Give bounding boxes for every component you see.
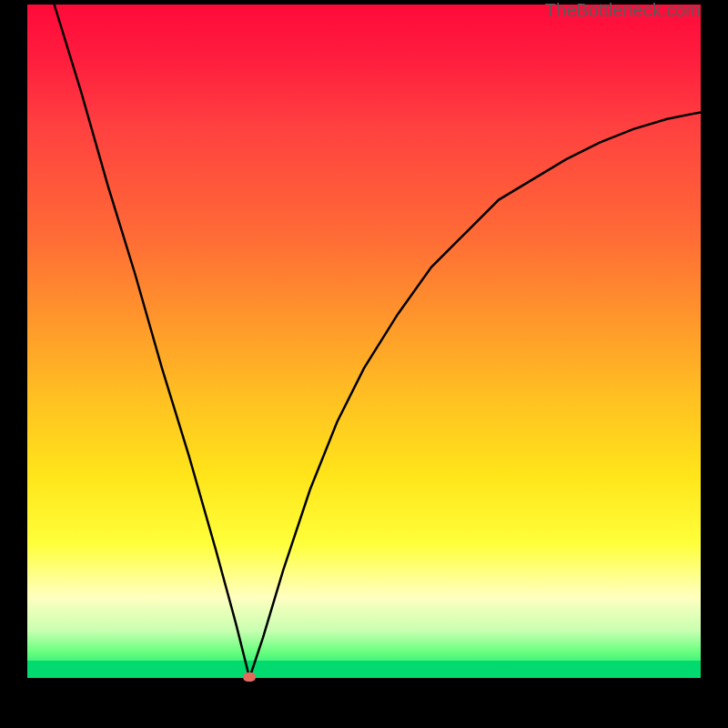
watermark-text: TheBottleneck.com xyxy=(545,0,701,21)
minimum-marker xyxy=(243,672,256,682)
plot-area xyxy=(27,5,701,678)
chart-frame: TheBottleneck.com xyxy=(0,0,728,728)
bottleneck-curve xyxy=(27,5,701,678)
